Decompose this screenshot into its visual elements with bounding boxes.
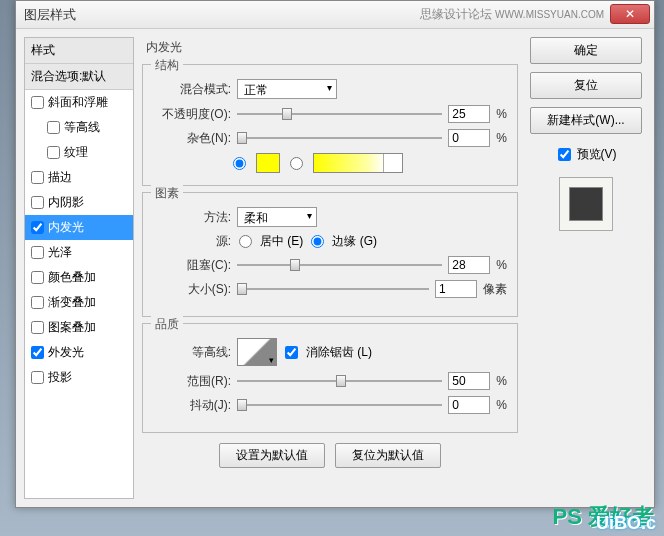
style-label: 斜面和浮雕 xyxy=(48,94,108,111)
range-slider[interactable] xyxy=(237,373,442,389)
style-checkbox[interactable] xyxy=(47,121,60,134)
color-swatch[interactable] xyxy=(256,153,280,173)
style-checkbox[interactable] xyxy=(31,296,44,309)
style-checkbox[interactable] xyxy=(31,171,44,184)
style-item-1[interactable]: 等高线 xyxy=(25,115,133,140)
noise-input[interactable] xyxy=(448,129,490,147)
style-checkbox[interactable] xyxy=(31,96,44,109)
noise-slider[interactable] xyxy=(237,130,442,146)
preview-label: 预览(V) xyxy=(577,146,617,163)
solid-color-radio[interactable] xyxy=(233,157,246,170)
ok-button[interactable]: 确定 xyxy=(530,37,642,64)
range-input[interactable] xyxy=(448,372,490,390)
style-checkbox[interactable] xyxy=(31,346,44,359)
styles-header[interactable]: 样式 xyxy=(25,38,133,64)
size-input[interactable] xyxy=(435,280,477,298)
style-label: 外发光 xyxy=(48,344,84,361)
style-label: 图案叠加 xyxy=(48,319,96,336)
opacity-input[interactable] xyxy=(448,105,490,123)
style-label: 等高线 xyxy=(64,119,100,136)
noise-label: 杂色(N): xyxy=(153,130,231,147)
style-label: 内阴影 xyxy=(48,194,84,211)
opacity-unit: % xyxy=(496,107,507,121)
source-label: 源: xyxy=(153,233,231,250)
style-checkbox[interactable] xyxy=(31,321,44,334)
contour-picker[interactable] xyxy=(237,338,277,366)
choke-slider[interactable] xyxy=(237,257,442,273)
blend-mode-label: 混合模式: xyxy=(153,81,231,98)
technique-label: 方法: xyxy=(153,209,231,226)
preview-box xyxy=(559,177,613,231)
watermark-url: UiBO.c xyxy=(596,513,656,534)
antialias-checkbox[interactable] xyxy=(285,346,298,359)
titlebar: 图层样式 思缘设计论坛 WWW.MISSYUAN.COM ✕ xyxy=(16,1,654,29)
range-label: 范围(R): xyxy=(153,373,231,390)
jitter-label: 抖动(J): xyxy=(153,397,231,414)
cancel-button[interactable]: 复位 xyxy=(530,72,642,99)
preview-swatch xyxy=(569,187,603,221)
reset-default-button[interactable]: 复位为默认值 xyxy=(335,443,441,468)
elements-legend: 图素 xyxy=(151,185,183,202)
jitter-input[interactable] xyxy=(448,396,490,414)
jitter-unit: % xyxy=(496,398,507,412)
gradient-radio[interactable] xyxy=(290,157,303,170)
preview-checkbox[interactable] xyxy=(558,148,571,161)
blend-mode-dropdown[interactable]: 正常 xyxy=(237,79,337,99)
style-item-4[interactable]: 内阴影 xyxy=(25,190,133,215)
style-label: 内发光 xyxy=(48,219,84,236)
source-edge-radio[interactable] xyxy=(311,235,324,248)
style-item-10[interactable]: 外发光 xyxy=(25,340,133,365)
blend-options-header[interactable]: 混合选项:默认 xyxy=(25,64,133,90)
elements-fieldset: 图素 方法: 柔和 源: 居中 (E) 边缘 (G) 阻塞(C): % xyxy=(142,192,518,317)
style-item-8[interactable]: 渐变叠加 xyxy=(25,290,133,315)
opacity-slider[interactable] xyxy=(237,106,442,122)
style-label: 描边 xyxy=(48,169,72,186)
noise-unit: % xyxy=(496,131,507,145)
style-item-5[interactable]: 内发光 xyxy=(25,215,133,240)
size-slider[interactable] xyxy=(237,281,429,297)
style-checkbox[interactable] xyxy=(31,371,44,384)
style-item-6[interactable]: 光泽 xyxy=(25,240,133,265)
style-checkbox[interactable] xyxy=(47,146,60,159)
panel-title: 内发光 xyxy=(142,37,518,58)
style-item-3[interactable]: 描边 xyxy=(25,165,133,190)
style-label: 光泽 xyxy=(48,244,72,261)
close-button[interactable]: ✕ xyxy=(610,4,650,24)
contour-label: 等高线: xyxy=(153,344,231,361)
structure-legend: 结构 xyxy=(151,57,183,74)
choke-unit: % xyxy=(496,258,507,272)
layer-style-dialog: 图层样式 思缘设计论坛 WWW.MISSYUAN.COM ✕ 样式 混合选项:默… xyxy=(15,0,655,508)
source-center-label: 居中 (E) xyxy=(260,233,303,250)
source-center-radio[interactable] xyxy=(239,235,252,248)
style-checkbox[interactable] xyxy=(31,246,44,259)
style-item-9[interactable]: 图案叠加 xyxy=(25,315,133,340)
antialias-label: 消除锯齿 (L) xyxy=(306,344,372,361)
gradient-swatch[interactable] xyxy=(313,153,403,173)
size-unit: 像素 xyxy=(483,281,507,298)
choke-input[interactable] xyxy=(448,256,490,274)
opacity-label: 不透明度(O): xyxy=(153,106,231,123)
style-label: 颜色叠加 xyxy=(48,269,96,286)
style-checkbox[interactable] xyxy=(31,221,44,234)
credit-text: 思缘设计论坛 WWW.MISSYUAN.COM xyxy=(420,6,604,23)
style-item-11[interactable]: 投影 xyxy=(25,365,133,390)
dialog-title: 图层样式 xyxy=(24,6,76,24)
technique-dropdown[interactable]: 柔和 xyxy=(237,207,317,227)
style-checkbox[interactable] xyxy=(31,196,44,209)
jitter-slider[interactable] xyxy=(237,397,442,413)
style-item-7[interactable]: 颜色叠加 xyxy=(25,265,133,290)
style-label: 渐变叠加 xyxy=(48,294,96,311)
quality-legend: 品质 xyxy=(151,316,183,333)
style-item-2[interactable]: 纹理 xyxy=(25,140,133,165)
choke-label: 阻塞(C): xyxy=(153,257,231,274)
style-label: 投影 xyxy=(48,369,72,386)
settings-panel: 内发光 结构 混合模式: 正常 不透明度(O): % 杂色(N): % xyxy=(142,37,518,499)
structure-fieldset: 结构 混合模式: 正常 不透明度(O): % 杂色(N): % xyxy=(142,64,518,186)
styles-list-panel: 样式 混合选项:默认 斜面和浮雕等高线纹理描边内阴影内发光光泽颜色叠加渐变叠加图… xyxy=(24,37,134,499)
new-style-button[interactable]: 新建样式(W)... xyxy=(530,107,642,134)
action-panel: 确定 复位 新建样式(W)... 预览(V) xyxy=(526,37,646,499)
style-item-0[interactable]: 斜面和浮雕 xyxy=(25,90,133,115)
size-label: 大小(S): xyxy=(153,281,231,298)
make-default-button[interactable]: 设置为默认值 xyxy=(219,443,325,468)
style-checkbox[interactable] xyxy=(31,271,44,284)
